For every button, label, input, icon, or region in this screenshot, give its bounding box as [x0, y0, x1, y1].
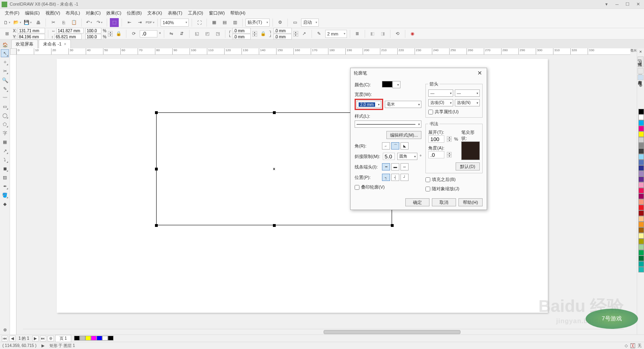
- color-swatch[interactable]: [638, 114, 644, 120]
- dropdown-icon[interactable]: ▾: [602, 1, 611, 8]
- menu-help[interactable]: 帮助(H): [228, 9, 248, 17]
- corner-bevel-button[interactable]: ◣: [400, 142, 409, 150]
- color-swatch[interactable]: [638, 177, 644, 182]
- mini-swatch[interactable]: [80, 336, 85, 341]
- text-tool[interactable]: 字: [1, 129, 9, 137]
- rulers-button[interactable]: ▦: [210, 18, 219, 27]
- w-input[interactable]: [56, 28, 84, 33]
- fullscreen-button[interactable]: ⛶: [195, 18, 204, 27]
- handle-br[interactable]: [391, 224, 394, 227]
- color-swatch[interactable]: [638, 148, 644, 154]
- color-swatch[interactable]: [638, 256, 644, 261]
- menu-tools[interactable]: 工具(O): [186, 9, 206, 17]
- color-swatch[interactable]: [638, 154, 644, 160]
- color-swatch[interactable]: [638, 244, 644, 250]
- mini-swatch[interactable]: [102, 336, 108, 341]
- corner1-input[interactable]: [232, 28, 251, 33]
- color-swatch[interactable]: [638, 120, 644, 126]
- connector-tool[interactable]: ⤵: [1, 156, 9, 164]
- scale-spinner[interactable]: ▴▾: [108, 31, 113, 37]
- close-button[interactable]: ✕: [634, 1, 642, 8]
- calligraphy-angle-input[interactable]: [428, 151, 444, 158]
- arrow-end-combo[interactable]: —: [455, 89, 480, 97]
- new-button[interactable]: 🗋: [2, 18, 11, 27]
- snap-combo[interactable]: 贴齐(T): [246, 19, 270, 27]
- color-swatch[interactable]: [638, 131, 644, 137]
- color-swatch[interactable]: [638, 227, 644, 233]
- corner-round-button[interactable]: ⌒: [391, 142, 399, 150]
- corner-spinner-2[interactable]: ▴▾: [293, 31, 298, 37]
- color-swatch[interactable]: [638, 188, 644, 193]
- mini-swatch[interactable]: [85, 336, 91, 341]
- docker-align[interactable]: 对齐与分布: [638, 75, 644, 80]
- menu-bitmaps[interactable]: 位图(B): [124, 9, 144, 17]
- dialog-close-button[interactable]: ✕: [476, 69, 483, 77]
- menu-view[interactable]: 视图(V): [43, 9, 63, 17]
- relative-corner-button[interactable]: ↗: [300, 29, 309, 38]
- zoom-tool[interactable]: 🔍: [1, 76, 9, 84]
- cap-square-button[interactable]: ═: [400, 163, 409, 170]
- maximize-button[interactable]: ☐: [623, 1, 632, 8]
- shape-tool[interactable]: ✧: [1, 58, 9, 66]
- arrow-options-2[interactable]: 选项(N): [455, 99, 480, 106]
- quick-customize[interactable]: ⊕: [1, 326, 9, 334]
- smart-fill-tool[interactable]: ◆: [1, 200, 9, 208]
- angle-input[interactable]: [140, 30, 157, 37]
- copy-button[interactable]: ⎘: [59, 18, 68, 27]
- pdf-button[interactable]: PDF: [146, 18, 155, 27]
- launch-icon[interactable]: ▭: [291, 18, 299, 27]
- docker-hints[interactable]: 属性(P): [638, 56, 644, 67]
- color-swatch[interactable]: [638, 126, 644, 131]
- sx-input[interactable]: [85, 28, 101, 33]
- zoom-combo[interactable]: 140%: [161, 19, 189, 27]
- home-icon[interactable]: 🏠: [2, 41, 9, 48]
- color-swatch[interactable]: [638, 171, 644, 177]
- print-button[interactable]: 🖶: [34, 18, 43, 27]
- ruler-origin[interactable]: [10, 48, 17, 55]
- no-fill-icon[interactable]: ╳: [630, 343, 635, 348]
- help-button[interactable]: 帮助(H): [458, 198, 483, 206]
- sy-input[interactable]: [85, 34, 101, 39]
- close-tab-icon[interactable]: ×: [64, 42, 66, 46]
- color-swatch[interactable]: [638, 193, 644, 199]
- tab-document[interactable]: 未命名 -1×: [39, 39, 71, 48]
- overprint-checkbox[interactable]: [355, 185, 359, 190]
- grid-button[interactable]: ▤: [220, 18, 229, 27]
- default-button[interactable]: 默认(D): [456, 162, 480, 170]
- color-swatch[interactable]: [638, 137, 644, 143]
- scrollbar-thumb[interactable]: [324, 330, 460, 334]
- menu-object[interactable]: 对象(C): [83, 9, 103, 17]
- corner-spinner-1[interactable]: ▴▾: [252, 31, 257, 37]
- corner4-input[interactable]: [273, 34, 292, 39]
- menu-text[interactable]: 文本(X): [145, 9, 165, 17]
- corner-chamfer-button[interactable]: ◳: [213, 29, 222, 38]
- menu-file[interactable]: 文件(F): [2, 9, 22, 17]
- page-prev-button[interactable]: ◀: [9, 336, 16, 341]
- mini-swatch[interactable]: [91, 336, 97, 341]
- corner-round-button[interactable]: ◱: [192, 29, 201, 38]
- canvas[interactable]: ×: [17, 55, 630, 334]
- color-swatch[interactable]: [638, 261, 644, 267]
- stretch-spinner[interactable]: ▴▾: [447, 136, 452, 142]
- ellipse-tool[interactable]: ◯: [1, 111, 9, 119]
- corner-miter-button[interactable]: ⌐: [382, 142, 390, 150]
- pos-inside-button[interactable]: ┘: [400, 174, 409, 181]
- color-swatch[interactable]: [638, 222, 644, 227]
- color-swatch[interactable]: [638, 165, 644, 171]
- record-button[interactable]: ◉: [408, 29, 417, 38]
- color-swatch[interactable]: [638, 205, 644, 210]
- menu-table[interactable]: 表格(T): [165, 9, 185, 17]
- crop-tool[interactable]: ✂: [1, 67, 9, 75]
- page-last-button[interactable]: ⏭: [40, 336, 46, 341]
- page-add-button[interactable]: ⊕: [47, 336, 54, 341]
- mini-swatch[interactable]: [74, 336, 80, 341]
- miter-unit-combo[interactable]: 圆角: [397, 153, 417, 160]
- drop-shadow-tool[interactable]: ◼: [1, 164, 9, 172]
- back-button[interactable]: ◨: [378, 29, 387, 38]
- cut-button[interactable]: ✂: [49, 18, 58, 27]
- y-input[interactable]: [18, 34, 45, 39]
- eyedropper-tool[interactable]: ✒: [1, 182, 9, 190]
- polygon-tool[interactable]: ⬠: [1, 120, 9, 128]
- miter-input[interactable]: [383, 153, 395, 160]
- wrap-text-button[interactable]: ≣: [353, 29, 362, 38]
